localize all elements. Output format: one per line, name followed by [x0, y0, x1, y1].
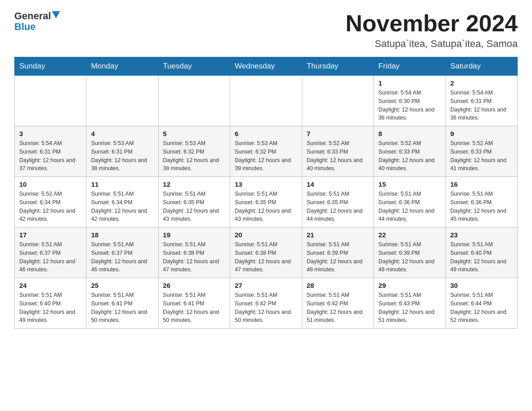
calendar-cell: 30Sunrise: 5:51 AM Sunset: 6:44 PM Dayli…	[446, 278, 517, 329]
col-header-sunday: Sunday	[15, 57, 86, 76]
day-number: 24	[19, 282, 82, 289]
logo-blue: Blue	[14, 21, 36, 32]
day-info: Sunrise: 5:51 AM Sunset: 6:36 PM Dayligh…	[450, 190, 513, 223]
day-number: 15	[378, 180, 441, 188]
logo-arrow-icon	[52, 11, 60, 19]
calendar-cell: 5Sunrise: 5:53 AM Sunset: 6:32 PM Daylig…	[158, 126, 230, 177]
calendar-cell: 18Sunrise: 5:51 AM Sunset: 6:37 PM Dayli…	[86, 227, 158, 278]
col-header-saturday: Saturday	[446, 57, 517, 76]
day-number: 22	[378, 231, 441, 239]
day-info: Sunrise: 5:51 AM Sunset: 6:40 PM Dayligh…	[19, 291, 82, 325]
col-header-monday: Monday	[86, 57, 158, 76]
calendar-cell: 13Sunrise: 5:51 AM Sunset: 6:35 PM Dayli…	[230, 177, 302, 227]
day-number: 29	[378, 282, 441, 289]
day-info: Sunrise: 5:51 AM Sunset: 6:42 PM Dayligh…	[307, 291, 369, 325]
calendar-cell: 12Sunrise: 5:51 AM Sunset: 6:35 PM Dayli…	[158, 177, 230, 227]
day-number: 27	[235, 282, 297, 289]
page-header: General Blue November 2024 Satupa`itea, …	[14, 11, 518, 50]
day-info: Sunrise: 5:53 AM Sunset: 6:32 PM Dayligh…	[163, 139, 225, 173]
day-number: 6	[235, 130, 297, 137]
calendar-cell: 22Sunrise: 5:51 AM Sunset: 6:39 PM Dayli…	[374, 227, 446, 278]
day-info: Sunrise: 5:51 AM Sunset: 6:35 PM Dayligh…	[163, 190, 225, 223]
calendar-week-row: 1Sunrise: 5:54 AM Sunset: 6:30 PM Daylig…	[15, 76, 518, 126]
day-info: Sunrise: 5:51 AM Sunset: 6:35 PM Dayligh…	[235, 190, 297, 223]
calendar-cell: 28Sunrise: 5:51 AM Sunset: 6:42 PM Dayli…	[302, 278, 373, 329]
calendar-cell: 3Sunrise: 5:54 AM Sunset: 6:31 PM Daylig…	[15, 126, 86, 177]
calendar-cell: 19Sunrise: 5:51 AM Sunset: 6:38 PM Dayli…	[158, 227, 230, 278]
day-info: Sunrise: 5:51 AM Sunset: 6:41 PM Dayligh…	[163, 291, 225, 325]
day-number: 18	[91, 231, 153, 239]
title-area: November 2024 Satupa`itea, Satupa`itea, …	[346, 11, 518, 50]
day-info: Sunrise: 5:52 AM Sunset: 6:33 PM Dayligh…	[450, 139, 513, 173]
day-number: 12	[163, 180, 225, 188]
calendar-cell: 24Sunrise: 5:51 AM Sunset: 6:40 PM Dayli…	[15, 278, 86, 329]
calendar-cell	[230, 76, 302, 126]
day-number: 13	[235, 180, 297, 188]
month-title: November 2024	[346, 11, 518, 36]
calendar-cell: 10Sunrise: 5:52 AM Sunset: 6:34 PM Dayli…	[15, 177, 86, 227]
logo: General Blue	[14, 11, 60, 32]
day-info: Sunrise: 5:51 AM Sunset: 6:39 PM Dayligh…	[307, 240, 369, 274]
day-number: 11	[91, 180, 153, 188]
day-info: Sunrise: 5:51 AM Sunset: 6:34 PM Dayligh…	[91, 190, 153, 223]
day-number: 1	[378, 79, 441, 87]
day-info: Sunrise: 5:51 AM Sunset: 6:40 PM Dayligh…	[450, 240, 513, 274]
logo-general: General	[14, 11, 51, 21]
calendar-week-row: 17Sunrise: 5:51 AM Sunset: 6:37 PM Dayli…	[15, 227, 518, 278]
day-number: 4	[91, 130, 153, 137]
day-number: 26	[163, 282, 225, 289]
calendar-cell: 17Sunrise: 5:51 AM Sunset: 6:37 PM Dayli…	[15, 227, 86, 278]
day-info: Sunrise: 5:51 AM Sunset: 6:37 PM Dayligh…	[91, 240, 153, 274]
calendar-cell: 27Sunrise: 5:51 AM Sunset: 6:42 PM Dayli…	[230, 278, 302, 329]
calendar-cell: 9Sunrise: 5:52 AM Sunset: 6:33 PM Daylig…	[446, 126, 517, 177]
day-number: 14	[307, 180, 369, 188]
day-info: Sunrise: 5:51 AM Sunset: 6:44 PM Dayligh…	[450, 291, 513, 325]
day-number: 9	[450, 130, 513, 137]
day-number: 23	[450, 231, 513, 239]
calendar-cell: 6Sunrise: 5:53 AM Sunset: 6:32 PM Daylig…	[230, 126, 302, 177]
calendar-cell: 20Sunrise: 5:51 AM Sunset: 6:38 PM Dayli…	[230, 227, 302, 278]
day-info: Sunrise: 5:51 AM Sunset: 6:42 PM Dayligh…	[235, 291, 297, 325]
calendar-cell: 1Sunrise: 5:54 AM Sunset: 6:30 PM Daylig…	[374, 76, 446, 126]
location-subtitle: Satupa`itea, Satupa`itea, Samoa	[346, 38, 518, 50]
day-info: Sunrise: 5:51 AM Sunset: 6:37 PM Dayligh…	[19, 240, 82, 274]
calendar-cell: 21Sunrise: 5:51 AM Sunset: 6:39 PM Dayli…	[302, 227, 373, 278]
day-number: 28	[307, 282, 369, 289]
calendar-cell: 4Sunrise: 5:53 AM Sunset: 6:31 PM Daylig…	[86, 126, 158, 177]
day-info: Sunrise: 5:51 AM Sunset: 6:39 PM Dayligh…	[378, 240, 441, 274]
day-info: Sunrise: 5:51 AM Sunset: 6:38 PM Dayligh…	[163, 240, 225, 274]
day-number: 20	[235, 231, 297, 239]
day-info: Sunrise: 5:53 AM Sunset: 6:31 PM Dayligh…	[91, 139, 153, 173]
day-info: Sunrise: 5:52 AM Sunset: 6:34 PM Dayligh…	[19, 190, 82, 223]
calendar-cell: 23Sunrise: 5:51 AM Sunset: 6:40 PM Dayli…	[446, 227, 517, 278]
day-info: Sunrise: 5:51 AM Sunset: 6:38 PM Dayligh…	[235, 240, 297, 274]
day-info: Sunrise: 5:54 AM Sunset: 6:31 PM Dayligh…	[19, 139, 82, 173]
calendar-cell	[158, 76, 230, 126]
day-number: 19	[163, 231, 225, 239]
calendar-cell	[15, 76, 86, 126]
calendar-cell: 16Sunrise: 5:51 AM Sunset: 6:36 PM Dayli…	[446, 177, 517, 227]
calendar-week-row: 24Sunrise: 5:51 AM Sunset: 6:40 PM Dayli…	[15, 278, 518, 329]
day-info: Sunrise: 5:54 AM Sunset: 6:31 PM Dayligh…	[450, 89, 513, 122]
col-header-thursday: Thursday	[302, 57, 373, 76]
calendar-cell: 25Sunrise: 5:51 AM Sunset: 6:41 PM Dayli…	[86, 278, 158, 329]
calendar-cell	[86, 76, 158, 126]
day-number: 21	[307, 231, 369, 239]
day-info: Sunrise: 5:52 AM Sunset: 6:33 PM Dayligh…	[307, 139, 369, 173]
calendar-table: SundayMondayTuesdayWednesdayThursdayFrid…	[14, 57, 518, 329]
calendar-header-row: SundayMondayTuesdayWednesdayThursdayFrid…	[15, 57, 518, 76]
day-number: 16	[450, 180, 513, 188]
day-info: Sunrise: 5:51 AM Sunset: 6:41 PM Dayligh…	[91, 291, 153, 325]
day-number: 25	[91, 282, 153, 289]
day-number: 10	[19, 180, 82, 188]
calendar-cell: 11Sunrise: 5:51 AM Sunset: 6:34 PM Dayli…	[86, 177, 158, 227]
calendar-cell: 15Sunrise: 5:51 AM Sunset: 6:36 PM Dayli…	[374, 177, 446, 227]
calendar-cell: 29Sunrise: 5:51 AM Sunset: 6:43 PM Dayli…	[374, 278, 446, 329]
day-number: 17	[19, 231, 82, 239]
col-header-friday: Friday	[374, 57, 446, 76]
day-info: Sunrise: 5:51 AM Sunset: 6:43 PM Dayligh…	[378, 291, 441, 325]
day-info: Sunrise: 5:51 AM Sunset: 6:35 PM Dayligh…	[307, 190, 369, 223]
day-info: Sunrise: 5:54 AM Sunset: 6:30 PM Dayligh…	[378, 89, 441, 122]
calendar-cell: 7Sunrise: 5:52 AM Sunset: 6:33 PM Daylig…	[302, 126, 373, 177]
day-info: Sunrise: 5:53 AM Sunset: 6:32 PM Dayligh…	[235, 139, 297, 173]
